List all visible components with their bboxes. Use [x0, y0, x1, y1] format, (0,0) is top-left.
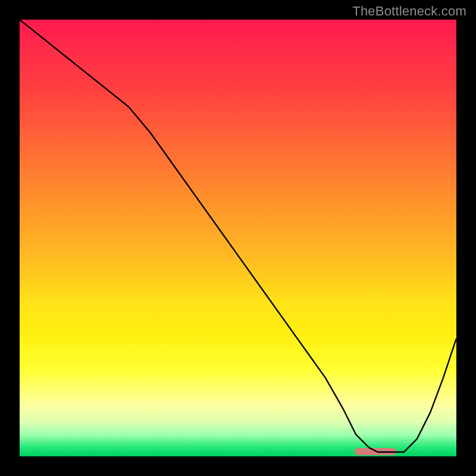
gradient-background — [20, 20, 456, 456]
chart-frame: TheBottleneck.com — [0, 0, 476, 476]
watermark-text: TheBottleneck.com — [352, 4, 466, 19]
plot-area — [20, 20, 456, 456]
optimal-range-marker — [355, 448, 396, 455]
